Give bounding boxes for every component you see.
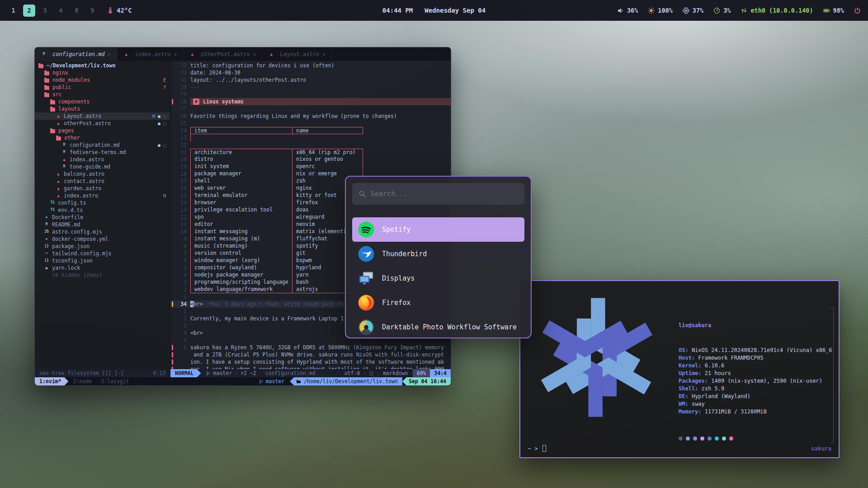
table-cell-item: vpn xyxy=(190,214,292,221)
tmux-working-directory: /home/liv/Development/liv.town xyxy=(290,377,402,385)
gutter-sign xyxy=(170,149,175,156)
tree-item-badges: ●□ xyxy=(158,121,170,126)
line-number: 22 xyxy=(175,141,190,149)
fetch-field-value: Hyprland (Wayland) xyxy=(689,393,750,399)
tree-item[interactable]: (6 hidden items) xyxy=(35,272,170,279)
table-cell-item: window manager (xorg) xyxy=(190,257,292,264)
gutter-sign xyxy=(170,69,175,76)
line-number: 33 xyxy=(175,62,190,69)
launcher-item-firefox[interactable]: Firefox xyxy=(352,291,524,315)
tree-item-label: Dockerfile xyxy=(52,214,83,221)
launcher-item-spotify[interactable]: Spotify xyxy=(352,217,524,242)
power-button[interactable] xyxy=(854,7,861,14)
workspace-3[interactable]: 3 xyxy=(39,5,51,17)
gutter-sign xyxy=(170,337,175,344)
file-encoding: utf-8 xyxy=(344,370,360,376)
gutter-sign xyxy=(170,206,175,214)
table-cell-item: privilege escalation tool xyxy=(190,206,292,214)
module-cpu[interactable]: 3% xyxy=(713,7,731,14)
tree-item[interactable]: ▲index.astro xyxy=(35,156,170,163)
tree-item-label: balcony.astro xyxy=(64,171,104,177)
tree-item[interactable]: Mfediverse-terms.md xyxy=(35,149,170,156)
tmux-window-2:node[interactable]: 2:node xyxy=(68,377,96,385)
astro-file-icon: ▲ xyxy=(55,185,61,192)
tree-item-label: public xyxy=(52,84,71,90)
tmux-window-3:lazygit[interactable]: 3:lazygit xyxy=(96,377,133,385)
tree-item[interactable]: node_modulesE xyxy=(35,76,170,84)
tree-item[interactable]: components xyxy=(35,98,170,105)
tree-item[interactable]: TSenv.d.ts xyxy=(35,206,170,214)
tab-index.astro[interactable]: ▲index.astro× xyxy=(117,47,183,61)
workspaces: 123489 xyxy=(7,5,99,17)
tree-item[interactable]: ▲garden.astro xyxy=(35,185,170,192)
line-number: 7 xyxy=(175,250,190,257)
tree-item[interactable]: Mconfiguration.md●□ xyxy=(35,141,170,149)
tree-item[interactable]: ▲index.astroH xyxy=(35,192,170,199)
tree-item[interactable]: ◆docker-compose.yml xyxy=(35,235,170,243)
workspace-2[interactable]: 2 xyxy=(23,5,35,17)
tree-item-label: (6 hidden items) xyxy=(52,272,102,278)
tree-item[interactable]: MREADME.md xyxy=(35,221,170,228)
line-number: 2 xyxy=(175,286,190,293)
tree-item[interactable]: ▲otherPost.astro●□ xyxy=(35,120,170,127)
launcher-item-thunderbird[interactable]: Thunderbird xyxy=(352,242,524,266)
tree-item-label: node_modules xyxy=(52,77,90,83)
buffer-line: ion. I have a setup consisting of Hyprla… xyxy=(170,358,451,366)
module-value: 100% xyxy=(658,7,673,14)
close-tab-icon[interactable]: × xyxy=(322,52,326,57)
tree-item[interactable]: {}package.json xyxy=(35,243,170,250)
tree-item[interactable]: src xyxy=(35,91,170,98)
folder-icon xyxy=(38,64,43,68)
tab-otherPost.astro[interactable]: ▲otherPost.astro× xyxy=(183,47,262,61)
search-input[interactable] xyxy=(371,190,518,198)
tree-item[interactable]: ~/Development/liv.town xyxy=(35,62,170,69)
tree-item-label: tsconfig.json xyxy=(52,258,93,264)
tree-item-label: astro.config.mjs xyxy=(52,229,102,235)
tree-item[interactable]: ▲Layout.astroH●□ xyxy=(35,113,170,120)
module-network[interactable]: eth0 (10.0.0.140) xyxy=(741,7,813,14)
tab-Layout.astro[interactable]: ▲Layout.astro× xyxy=(262,47,331,61)
line-number: 10 xyxy=(175,228,190,235)
close-tab-icon[interactable]: × xyxy=(174,52,177,57)
tree-item[interactable]: ▲contact.astro xyxy=(35,178,170,185)
tab-configuration.md[interactable]: Mconfiguration.md× xyxy=(35,47,117,61)
tmux-window-1:nvim*[interactable]: 1:nvim* xyxy=(35,377,68,385)
line-number: 5 xyxy=(175,337,190,344)
workspace-9[interactable]: 9 xyxy=(86,5,99,17)
tree-item[interactable]: TSconfig.ts xyxy=(35,199,170,206)
table-cell-item: version control xyxy=(190,250,292,257)
workspace-1[interactable]: 1 xyxy=(7,5,19,17)
line-number: 29 xyxy=(175,91,190,98)
tree-item[interactable]: JSastro.config.mjs xyxy=(35,228,170,235)
tree-item[interactable]: Mtone-guide.md xyxy=(35,163,170,170)
tree-item[interactable]: nginx xyxy=(35,69,170,76)
launcher-item-displays[interactable]: Displays xyxy=(352,266,524,291)
tree-item[interactable]: ◆Dockerfile xyxy=(35,214,170,221)
main-statusline: NORMAL master › +2 ~2 configuration.md u… xyxy=(170,369,451,377)
shell-prompt[interactable]: ~ > sakura xyxy=(528,445,831,452)
tree-item[interactable]: other xyxy=(35,134,170,141)
module-brightness[interactable]: 100% xyxy=(648,7,673,14)
buffer-text: --- xyxy=(190,84,200,91)
tree-item[interactable]: ●yarn.lock xyxy=(35,264,170,272)
module-battery[interactable]: 98% xyxy=(823,7,844,14)
tree-item[interactable]: ~tailwind.config.mjs xyxy=(35,250,170,257)
tree-item[interactable]: ▲balcony.astro xyxy=(35,170,170,178)
line-number: 2 xyxy=(175,315,190,322)
tree-item[interactable]: {}tsconfig.json xyxy=(35,257,170,264)
close-tab-icon[interactable]: × xyxy=(108,52,111,57)
workspace-8[interactable]: 8 xyxy=(71,5,83,17)
tree-item-label: yarn.lock xyxy=(52,265,80,271)
palette-dot-2 xyxy=(693,436,697,441)
tree-item-label: index.astro xyxy=(70,156,104,163)
tree-item[interactable]: pages xyxy=(35,127,170,134)
workspace-4[interactable]: 4 xyxy=(55,5,67,17)
launcher-item-darktable[interactable]: Darktable Photo Workflow Software xyxy=(352,315,524,338)
gutter-sign xyxy=(170,329,175,337)
module-volume[interactable]: 36% xyxy=(617,7,638,14)
tree-item[interactable]: public? xyxy=(35,84,170,91)
tree-item[interactable]: layouts xyxy=(35,105,170,113)
fetch-field-kernel: Kernel: 6.10.6 xyxy=(679,362,835,370)
close-tab-icon[interactable]: × xyxy=(253,52,256,57)
module-memory[interactable]: 37% xyxy=(683,7,703,14)
